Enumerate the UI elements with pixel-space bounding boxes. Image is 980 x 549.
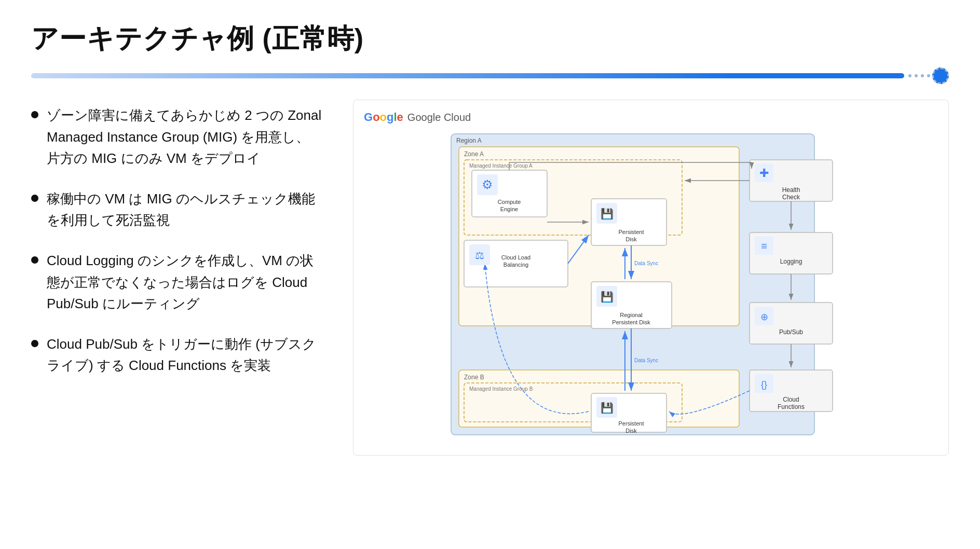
svg-text:Persistent: Persistent [619, 420, 644, 427]
google-cloud-logo: Google Google Cloud [364, 111, 938, 124]
svg-text:Persistent Disk: Persistent Disk [612, 319, 650, 325]
progress-dots [908, 74, 930, 77]
diagram-svg: Region A Zone A Managed Instance Group A… [364, 131, 938, 443]
bullet-item-4: Cloud Pub/Sub をトリガーに動作 (サブスクライブ) する Clou… [31, 334, 322, 377]
svg-text:Disk: Disk [625, 236, 637, 242]
svg-text:💾: 💾 [601, 208, 614, 220]
main-content: ゾーン障害に備えてあらかじめ 2 つの Zonal Managed Instan… [31, 100, 949, 456]
progress-active-dot [932, 67, 949, 84]
svg-text:Regional: Regional [620, 312, 642, 318]
svg-text:{}: {} [761, 379, 767, 390]
architecture-diagram: Google Google Cloud Region A Zone A Mana… [353, 100, 949, 456]
svg-text:Balancing: Balancing [503, 262, 528, 268]
svg-text:Zone A: Zone A [464, 150, 484, 158]
svg-text:Cloud: Cloud [783, 396, 799, 403]
svg-text:Pub/Sub: Pub/Sub [779, 328, 803, 336]
svg-text:Health: Health [782, 186, 800, 194]
bullet-item-1: ゾーン障害に備えてあらかじめ 2 つの Zonal Managed Instan… [31, 105, 322, 170]
bullet-dot-1 [31, 111, 38, 118]
cloud-label: Google Cloud [407, 112, 471, 123]
svg-text:Cloud Load: Cloud Load [501, 254, 530, 260]
svg-text:⚖: ⚖ [475, 250, 484, 261]
svg-text:Logging: Logging [780, 258, 802, 265]
svg-text:Persistent: Persistent [619, 229, 644, 235]
bullet-dot-4 [31, 340, 38, 347]
svg-text:⚙: ⚙ [482, 177, 493, 191]
progress-bar [31, 73, 949, 79]
bullet-list: ゾーン障害に備えてあらかじめ 2 つの Zonal Managed Instan… [31, 100, 322, 395]
page: アーキテクチャ例 (正常時) ゾーン障害に備えてあらかじめ 2 つの Zonal… [0, 0, 980, 549]
svg-text:Functions: Functions [778, 403, 805, 410]
svg-text:⊕: ⊕ [760, 312, 768, 322]
svg-text:≡: ≡ [761, 240, 767, 252]
svg-text:Data Sync: Data Sync [634, 358, 658, 363]
page-title: アーキテクチャ例 (正常時) [31, 21, 949, 57]
dot-4 [927, 74, 930, 77]
svg-text:💾: 💾 [601, 291, 614, 303]
bullet-dot-3 [31, 256, 38, 264]
svg-text:Zone B: Zone B [464, 374, 484, 381]
bullet-item-2: 稼働中の VM は MIG のヘルスチェック機能を利用して死活監視 [31, 188, 322, 231]
bullet-text-1: ゾーン障害に備えてあらかじめ 2 つの Zonal Managed Instan… [47, 105, 322, 170]
svg-text:Engine: Engine [500, 206, 518, 212]
progress-track [31, 73, 904, 78]
bullet-text-2: 稼働中の VM は MIG のヘルスチェック機能を利用して死活監視 [47, 188, 322, 231]
svg-text:Managed Instance Group A: Managed Instance Group A [469, 163, 533, 169]
svg-text:✚: ✚ [759, 167, 769, 180]
bullet-item-3: Cloud Logging のシンクを作成し、VM の状態が正常でなくなった場合… [31, 250, 322, 315]
svg-text:Region A: Region A [456, 137, 482, 144]
dot-3 [921, 74, 924, 77]
bullet-text-4: Cloud Pub/Sub をトリガーに動作 (サブスクライブ) する Clou… [47, 334, 322, 377]
dot-1 [908, 74, 911, 77]
svg-text:Compute: Compute [498, 199, 521, 205]
dot-2 [915, 74, 918, 77]
bullet-text-3: Cloud Logging のシンクを作成し、VM の状態が正常でなくなった場合… [47, 250, 322, 315]
svg-text:Check: Check [782, 194, 800, 201]
bullet-dot-2 [31, 195, 38, 202]
svg-text:💾: 💾 [601, 402, 614, 414]
svg-text:Data Sync: Data Sync [634, 260, 658, 266]
svg-text:Disk: Disk [625, 428, 637, 434]
